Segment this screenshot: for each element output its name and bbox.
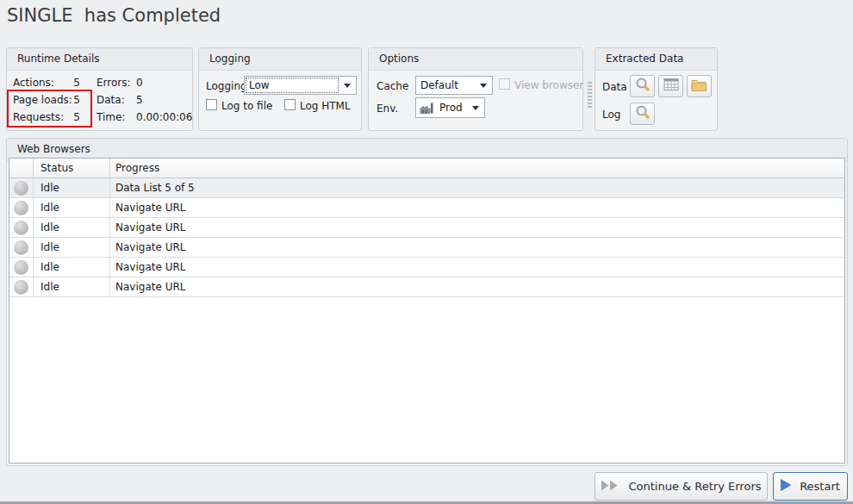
browser-status-cell: Idle [34, 277, 110, 296]
log-html-label: Log HTML [300, 100, 351, 112]
browser-progress-cell: Navigate URL [110, 238, 844, 257]
grid-body: Idle Data List 5 of 5 Idle Navigate URL … [9, 178, 844, 297]
magnifier-icon [635, 77, 651, 96]
web-browsers-panel: Web Browsers Status Progress Idle Data L… [6, 138, 848, 466]
folder-icon [691, 78, 707, 95]
browser-status-cell: Idle [34, 258, 110, 277]
browser-progress-cell: Navigate URL [110, 258, 844, 277]
data-table-icon [663, 78, 679, 95]
browser-status-cell: Idle [34, 238, 110, 257]
browser-status-icon [14, 221, 28, 235]
runtime-details-header: Runtime Details [7, 48, 192, 71]
browser-status-icon [14, 240, 28, 255]
log-to-file-checkbox[interactable] [206, 99, 217, 110]
options-header: Options [369, 48, 582, 71]
data-label: Data [602, 81, 627, 93]
logging-level-label: Logging [206, 80, 247, 92]
stat-requests: Requests:5 [13, 111, 80, 123]
log-html-checkbox[interactable] [284, 99, 296, 110]
log-label: Log [602, 109, 620, 121]
open-data-folder-button[interactable] [687, 75, 712, 97]
logging-header: Logging [199, 48, 361, 71]
status-column-header[interactable]: Status [34, 159, 110, 177]
stat-data: Data:5 [97, 94, 143, 106]
browser-row[interactable]: Idle Navigate URL [9, 198, 844, 218]
progress-column-header[interactable]: Progress [110, 159, 844, 177]
magnifier-icon [635, 104, 651, 123]
browser-row[interactable]: Idle Navigate URL [9, 277, 844, 297]
grid-header-row: Status Progress [9, 159, 844, 178]
restart-button[interactable]: Restart [773, 472, 848, 501]
browser-status-icon [14, 201, 28, 215]
browser-status-icon [14, 280, 28, 295]
browser-progress-cell: Data List 5 of 5 [110, 178, 844, 197]
stat-actions: Actions:5 [13, 77, 80, 89]
runtime-details-panel: Runtime Details Actions:5 Page loads:5 R… [6, 47, 193, 131]
play-icon [781, 479, 791, 494]
env-select[interactable]: Prod [415, 97, 485, 118]
browser-status-cell: Idle [34, 218, 110, 237]
app-window: SINGLE has Completed Runtime Details Act… [0, 0, 853, 504]
browser-row[interactable]: Idle Navigate URL [9, 218, 844, 238]
logging-panel: Logging Logging Low Log to file Log HTML [198, 47, 362, 131]
browser-status-cell: Idle [34, 198, 110, 217]
view-log-button[interactable] [630, 103, 655, 125]
browser-row[interactable]: Idle Navigate URL [9, 258, 844, 277]
logging-level-select[interactable]: Low [244, 76, 357, 95]
double-play-icon [601, 480, 620, 494]
stat-page-loads: Page loads:5 [13, 94, 80, 106]
options-panel: Options Cache Default View browser Env. … [368, 47, 583, 131]
view-browser-checkbox [499, 78, 510, 90]
browser-progress-cell: Navigate URL [110, 198, 844, 217]
page-title: SINGLE has Completed [7, 5, 221, 26]
browser-row[interactable]: Idle Navigate URL [9, 238, 844, 258]
view-browser-label: View browser [514, 79, 583, 91]
continue-retry-errors-button[interactable]: Continue & Retry Errors [595, 472, 768, 501]
browser-status-cell: Idle [34, 178, 110, 197]
env-label: Env. [377, 103, 398, 115]
browser-status-icon [14, 181, 28, 196]
extracted-data-panel: Extracted Data Data [595, 47, 718, 131]
browser-progress-cell: Navigate URL [110, 218, 844, 237]
stat-time: Time:0.00:00:06 [97, 111, 192, 123]
cache-select[interactable]: Default [415, 76, 493, 95]
open-data-table-button[interactable] [658, 75, 683, 97]
browser-progress-cell: Navigate URL [110, 277, 844, 296]
browser-status-icon [14, 260, 28, 275]
view-data-button[interactable] [630, 75, 655, 97]
focus-rect [246, 78, 339, 93]
chevron-down-icon [480, 84, 487, 88]
panel-splitter-handle[interactable] [588, 82, 592, 108]
chevron-down-icon [344, 84, 351, 88]
extracted-data-header: Extracted Data [595, 48, 717, 71]
stat-errors: Errors:0 [97, 77, 143, 89]
browser-row[interactable]: Idle Data List 5 of 5 [9, 178, 844, 198]
cache-label: Cache [377, 80, 408, 92]
factory-icon [420, 103, 435, 116]
chevron-down-icon [472, 106, 479, 110]
log-to-file-label: Log to file [221, 100, 272, 112]
browsers-grid: Status Progress Idle Data List 5 of 5 Id… [9, 158, 845, 464]
icon-column-header[interactable] [9, 159, 34, 177]
